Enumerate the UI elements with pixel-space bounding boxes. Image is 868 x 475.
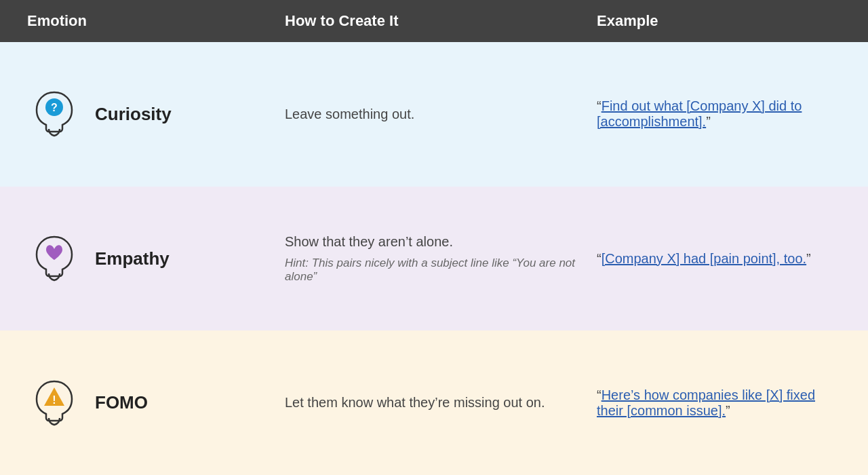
header-example: Example xyxy=(597,12,841,30)
table-body: ? Curiosity Leave something out. “Find o… xyxy=(0,42,868,475)
example-cell-curiosity: “Find out what [Company X] did to [accom… xyxy=(597,98,841,130)
emotion-cell-empathy: Empathy xyxy=(27,231,285,286)
how-cell-curiosity: Leave something out. xyxy=(285,107,597,122)
curiosity-icon: ? xyxy=(27,87,81,141)
curiosity-label: Curiosity xyxy=(95,104,172,125)
example-cell-fomo: “Here’s how companies like [X] fixed the… xyxy=(597,387,841,419)
empathy-hint: Hint: This pairs nicely with a subject l… xyxy=(285,256,576,284)
curiosity-example-link[interactable]: Find out what [Company X] did to [accomp… xyxy=(597,98,802,129)
table-header: Emotion How to Create It Example xyxy=(0,0,868,42)
row-fomo: ! FOMO Let them know what they’re missin… xyxy=(0,330,868,475)
example-cell-empathy: “[Company X] had [pain point], too.” xyxy=(597,251,841,267)
main-table: Emotion How to Create It Example ? Curio… xyxy=(0,0,868,475)
header-how: How to Create It xyxy=(285,12,597,30)
empathy-icon xyxy=(27,231,81,286)
svg-text:?: ? xyxy=(51,102,58,113)
empathy-label: Empathy xyxy=(95,248,170,269)
fomo-example-link[interactable]: Here’s how companies like [X] fixed thei… xyxy=(597,387,815,418)
header-emotion: Emotion xyxy=(27,12,285,30)
fomo-label: FOMO xyxy=(95,392,148,413)
row-curiosity: ? Curiosity Leave something out. “Find o… xyxy=(0,42,868,187)
how-cell-fomo: Let them know what they’re missing out o… xyxy=(285,395,597,411)
empathy-example-link[interactable]: [Company X] had [pain point], too. xyxy=(601,251,806,266)
emotion-cell-fomo: ! FOMO xyxy=(27,376,285,430)
row-empathy: Empathy Show that they aren’t alone. Hin… xyxy=(0,187,868,331)
svg-text:!: ! xyxy=(52,394,56,406)
emotion-cell-curiosity: ? Curiosity xyxy=(27,87,285,141)
fomo-icon: ! xyxy=(27,376,81,430)
how-cell-empathy: Show that they aren’t alone. Hint: This … xyxy=(285,234,597,284)
